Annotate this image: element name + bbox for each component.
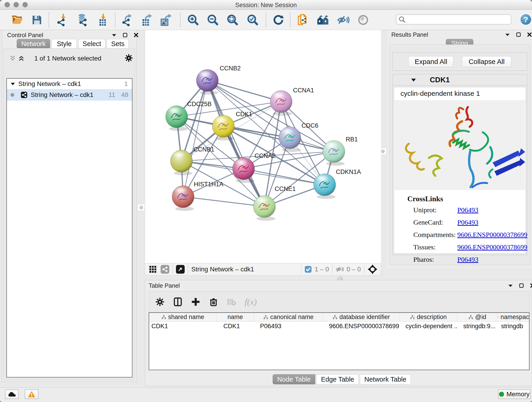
close-panel-icon[interactable]: [133, 32, 139, 38]
selected-checkbox-icon[interactable]: [304, 266, 312, 273]
cell-name[interactable]: CDK1: [216, 322, 254, 331]
network-row-selected[interactable]: String Network – cdk1 11 48: [7, 89, 132, 101]
column-header[interactable]: @id: [457, 313, 497, 321]
birdseye-view-icon[interactable]: [317, 13, 330, 27]
cloud-status-button[interactable]: [5, 389, 19, 399]
zoom-selected-icon[interactable]: [246, 13, 259, 27]
results-panel: Results Panel String Expand All Collapse…: [387, 30, 532, 269]
crosslink-label: Tissues:: [413, 243, 436, 251]
maximize-panel-icon[interactable]: [123, 32, 128, 38]
show-preview-icon[interactable]: [356, 13, 370, 27]
column-header[interactable]: shared name: [149, 313, 216, 321]
function-builder-icon[interactable]: f(x): [245, 297, 257, 307]
table-row[interactable]: CDK1 CDK1 P06493 9606.ENSP00000378699 cy…: [149, 322, 529, 331]
zoom-in-icon[interactable]: [186, 13, 200, 27]
refresh-view-icon[interactable]: [272, 13, 285, 27]
crosslink-tissues-link[interactable]: 9606.ENSP00000378699: [457, 243, 527, 251]
collapse-all-networks-icon[interactable]: [9, 55, 16, 62]
collection-expanded-icon[interactable]: [11, 82, 15, 86]
tab-select[interactable]: Select: [78, 39, 105, 49]
warnings-button[interactable]: [25, 389, 38, 399]
float-panel-icon[interactable]: [505, 33, 510, 36]
export-table-icon[interactable]: [140, 13, 153, 27]
zoom-out-icon[interactable]: [206, 13, 220, 27]
import-network-database-icon[interactable]: [75, 13, 89, 27]
crosslink-pharos-link[interactable]: P06493: [457, 255, 478, 263]
cell-shared-name[interactable]: CDK1: [149, 322, 216, 331]
section-expanded-icon[interactable]: [411, 78, 416, 82]
footer-separator: [188, 265, 188, 274]
svg-text:CDK1: CDK1: [236, 111, 252, 118]
search-input[interactable]: [405, 16, 506, 23]
gene-description: cyclin-dependent kinase 1: [400, 89, 480, 97]
cell-description[interactable]: cyclin-dependent ...: [399, 322, 457, 331]
crosslink-label: Uniprot:: [413, 206, 437, 214]
cell-id[interactable]: stringdb:9...: [457, 322, 497, 331]
import-table-file-icon[interactable]: [96, 13, 109, 27]
add-column-icon[interactable]: [191, 297, 200, 306]
float-panel-icon[interactable]: [112, 33, 117, 37]
crosslink-uniprot-link[interactable]: P06493: [457, 206, 478, 214]
main-toolbar: ?: [0, 10, 532, 30]
footer-separator: [172, 265, 173, 274]
table-options-gear-icon[interactable]: [155, 297, 165, 306]
network-options-gear-icon[interactable]: [125, 54, 133, 62]
show-columns-icon[interactable]: [173, 297, 182, 306]
cell-namespace[interactable]: stringdb: [497, 322, 529, 331]
export-image-icon[interactable]: [159, 13, 173, 27]
left-splitter-handle[interactable]: [138, 204, 145, 211]
detach-view-icon[interactable]: [176, 265, 185, 274]
table-tabs: Node Table Edge Table Network Table: [273, 374, 411, 384]
maximize-panel-icon[interactable]: [519, 283, 524, 288]
close-panel-icon[interactable]: [527, 32, 532, 37]
expand-all-button[interactable]: Expand All: [408, 56, 454, 67]
grid-view-icon[interactable]: [149, 265, 157, 274]
save-session-icon[interactable]: [30, 13, 44, 27]
column-header[interactable]: canonical name: [254, 313, 323, 321]
search-bar[interactable]: [396, 14, 511, 25]
column-header[interactable]: namespac: [497, 313, 529, 321]
zoom-fit-icon[interactable]: [226, 13, 239, 27]
network-collection-row[interactable]: String Network – cdk1 1: [7, 79, 132, 89]
expand-all-networks-icon[interactable]: [18, 55, 25, 62]
gene-section-header[interactable]: CDK1: [393, 74, 527, 86]
clone-network-icon[interactable]: [297, 13, 310, 27]
crosslink-compartments-link[interactable]: 9606.ENSP00000378699: [457, 231, 527, 239]
tab-network[interactable]: Network: [17, 39, 50, 49]
delete-column-icon[interactable]: [209, 297, 218, 306]
close-panel-icon[interactable]: [530, 283, 532, 288]
cell-canonical-name[interactable]: P06493: [254, 322, 323, 331]
current-network-dot: [11, 93, 14, 97]
network-canvas[interactable]: CCNB2 CCNA1 CDC25B CDK1 CDC6: [145, 30, 381, 263]
maximize-panel-icon[interactable]: [516, 32, 521, 37]
tab-sets[interactable]: Sets: [107, 39, 129, 49]
column-header[interactable]: database identifier: [323, 313, 399, 321]
collapse-all-button[interactable]: Collapse All: [462, 56, 511, 67]
crosslink-genecard-link[interactable]: P06493: [457, 218, 478, 226]
delete-table-icon[interactable]: [227, 297, 236, 306]
network-view-share-icon[interactable]: [161, 265, 169, 274]
memory-button[interactable]: Memory: [498, 389, 531, 399]
network-graph[interactable]: CCNB2 CCNA1 CDC25B CDK1 CDC6: [145, 30, 381, 263]
warning-icon: [28, 391, 36, 398]
tab-edge-table[interactable]: Edge Table: [316, 374, 359, 384]
search-icon: [399, 16, 405, 23]
import-network-file-icon[interactable]: [56, 13, 69, 27]
memory-status-dot: [499, 392, 504, 397]
open-session-icon[interactable]: [11, 13, 24, 27]
column-header[interactable]: name: [216, 313, 254, 321]
help-button[interactable]: ?: [520, 14, 531, 25]
float-panel-icon[interactable]: [508, 284, 513, 287]
fit-selected-crosshair-icon[interactable]: [367, 264, 378, 274]
cell-database-identifier[interactable]: 9606.ENSP00000378699: [323, 322, 399, 331]
footer-separator: [332, 265, 332, 274]
column-header[interactable]: description: [399, 313, 457, 321]
tab-style[interactable]: Style: [51, 39, 77, 49]
export-network-icon[interactable]: [121, 13, 134, 27]
tab-network-table[interactable]: Network Table: [360, 374, 411, 384]
hidden-eye-slash-icon[interactable]: [336, 266, 344, 273]
hide-selected-icon[interactable]: [337, 13, 350, 27]
hidden-counts: 0 – 0: [347, 266, 361, 273]
table-toolbar: f(x): [149, 291, 530, 313]
tab-node-table[interactable]: Node Table: [273, 374, 315, 384]
